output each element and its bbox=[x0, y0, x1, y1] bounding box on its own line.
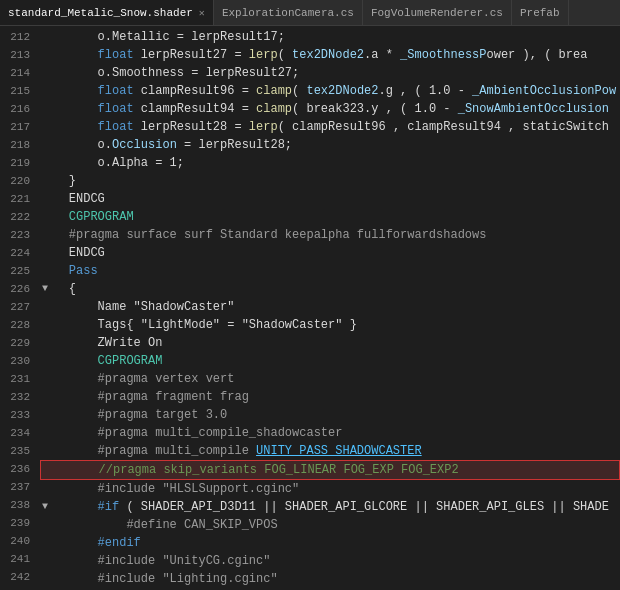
code-line-223: CGPROGRAM bbox=[40, 208, 620, 226]
token-224-0: #pragma surface surf Standard keepalpha … bbox=[40, 226, 486, 244]
code-line-214: o.Smoothness = lerpResult27; bbox=[40, 64, 620, 82]
line-number-241: 241 bbox=[8, 550, 30, 568]
line-number-219: 219 bbox=[8, 154, 30, 172]
token-231-0: ZWrite On bbox=[40, 334, 162, 352]
code-line-212: o.Metallic = lerpResult17; bbox=[40, 28, 620, 46]
token-241-0: #define CAN_SKIP_VPOS bbox=[40, 516, 278, 534]
line-number-240: 240 bbox=[8, 532, 30, 550]
token-237-0: #pragma multi_compile bbox=[40, 442, 256, 460]
line-number-242: 242 bbox=[8, 568, 30, 586]
token-235-0: #pragma target 3.0 bbox=[40, 406, 227, 424]
token-213-5: tex2DNode2 bbox=[292, 46, 364, 64]
line-number-228: 228 bbox=[8, 316, 30, 334]
tab-fog-label: FogVolumeRenderer.cs bbox=[371, 7, 503, 19]
token-213-7: _SmoothnessP bbox=[400, 46, 486, 64]
code-line-228: ▼ { bbox=[40, 280, 620, 298]
token-216-4: ( break323.y , ( 1.0 - bbox=[292, 100, 458, 118]
line-number-234: 234 bbox=[8, 424, 30, 442]
line-number-214: 214 bbox=[8, 64, 30, 82]
token-216-1: float bbox=[98, 100, 134, 118]
line-number-243: 243 bbox=[8, 586, 30, 590]
code-area[interactable]: o.Metallic = lerpResult17; float lerpRes… bbox=[40, 26, 620, 590]
token-215-4: ( bbox=[292, 82, 306, 100]
token-213-2: lerpResult27 = bbox=[134, 46, 249, 64]
line-number-218: 218 bbox=[8, 136, 30, 154]
line-number-222: 222 bbox=[8, 208, 30, 226]
token-234-0: #pragma fragment frag bbox=[40, 388, 249, 406]
code-line-233: #pragma vertex vert bbox=[40, 370, 620, 388]
line-number-216: 216 bbox=[8, 100, 30, 118]
code-line-236: #pragma multi_compile_shadowcaster bbox=[40, 424, 620, 442]
token-213-3: lerp bbox=[249, 46, 278, 64]
code-line-238: //pragma skip_variants FOG_LINEAR FOG_EX… bbox=[40, 460, 620, 480]
code-line-232: CGPROGRAM bbox=[40, 352, 620, 370]
editor-body: 2122132142152162172182192202212222232242… bbox=[0, 26, 620, 590]
token-229-0: Name "ShadowCaster" bbox=[40, 298, 234, 316]
token-233-0: #pragma vertex vert bbox=[40, 370, 234, 388]
token-213-8: ower ), ( brea bbox=[487, 46, 588, 64]
token-218-1: Occlusion bbox=[112, 136, 177, 154]
line-number-213: 213 bbox=[8, 46, 30, 64]
token-220-0: } bbox=[40, 172, 76, 190]
token-213-4: ( bbox=[278, 46, 292, 64]
line-number-229: 229 bbox=[8, 334, 30, 352]
token-215-2: clampResult96 = bbox=[134, 82, 256, 100]
code-line-234: #pragma fragment frag bbox=[40, 388, 620, 406]
token-217-0 bbox=[40, 118, 98, 136]
token-213-6: .a * bbox=[364, 46, 400, 64]
token-217-1: float bbox=[98, 118, 134, 136]
code-line-216: float clampResult94 = clamp( break323.y … bbox=[40, 100, 620, 118]
line-number-239: 239 bbox=[8, 514, 30, 532]
code-line-213: float lerpResult27 = lerp( tex2DNode2.a … bbox=[40, 46, 620, 64]
token-214-0: o.Smoothness = lerpResult27; bbox=[40, 64, 299, 82]
line-number-225: 225 bbox=[8, 262, 30, 280]
code-line-224: #pragma surface surf Standard keepalpha … bbox=[40, 226, 620, 244]
line-number-238: 238 bbox=[8, 496, 30, 514]
token-215-6: .g , ( 1.0 - bbox=[378, 82, 472, 100]
code-line-241: #define CAN_SKIP_VPOS bbox=[40, 516, 620, 534]
token-222-0: ENDCG bbox=[40, 190, 105, 208]
token-240-0 bbox=[40, 498, 98, 516]
token-219-0: o.Alpha = 1; bbox=[40, 154, 184, 172]
token-212-0: o.Metallic = lerpResult17; bbox=[40, 28, 285, 46]
tab-shader[interactable]: standard_Metalic_Snow.shader ✕ bbox=[0, 0, 214, 25]
tab-shader-close[interactable]: ✕ bbox=[199, 7, 205, 19]
tab-camera-label: ExplorationCamera.cs bbox=[222, 7, 354, 19]
token-236-0: #pragma multi_compile_shadowcaster bbox=[40, 424, 342, 442]
code-line-237: #pragma multi_compile UNITY_PASS_SHADOWC… bbox=[40, 442, 620, 460]
line-number-223: 223 bbox=[8, 226, 30, 244]
line-number-237: 237 bbox=[8, 478, 30, 496]
code-line-240: ▼ #if ( SHADER_API_D3D11 || SHADER_API_G… bbox=[40, 498, 620, 516]
token-227-0: Pass bbox=[40, 262, 98, 280]
tab-prefab-label: Prefab bbox=[520, 7, 560, 19]
tab-camera[interactable]: ExplorationCamera.cs bbox=[214, 0, 363, 25]
line-number-215: 215 bbox=[8, 82, 30, 100]
token-215-1: float bbox=[98, 82, 134, 100]
code-line-239: #include "HLSLSupport.cginc" bbox=[40, 480, 620, 498]
line-number-217: 217 bbox=[8, 118, 30, 136]
token-218-0: o. bbox=[40, 136, 112, 154]
line-number-212: 212 bbox=[8, 28, 30, 46]
token-217-2: lerpResult28 = bbox=[134, 118, 249, 136]
token-240-2: ( SHADER_API_D3D11 || SHADER_API_GLCORE … bbox=[119, 498, 609, 516]
code-line-229: Name "ShadowCaster" bbox=[40, 298, 620, 316]
token-216-2: clampResult94 = bbox=[134, 100, 256, 118]
tab-prefab[interactable]: Prefab bbox=[512, 0, 569, 25]
code-line-220: } bbox=[40, 172, 620, 190]
fold-open-icon-228[interactable]: ▼ bbox=[42, 280, 48, 298]
code-line-227: Pass bbox=[40, 262, 620, 280]
token-230-0: Tags{ "LightMode" = "ShadowCaster" } bbox=[40, 316, 357, 334]
token-213-0 bbox=[40, 46, 98, 64]
line-number-226: 226 bbox=[8, 280, 30, 298]
line-number-224: 224 bbox=[8, 244, 30, 262]
tab-fog[interactable]: FogVolumeRenderer.cs bbox=[363, 0, 512, 25]
fold-open-icon2-240[interactable]: ▼ bbox=[42, 498, 48, 516]
code-line-217: float lerpResult28 = lerp( clampResult96… bbox=[40, 118, 620, 136]
code-line-235: #pragma target 3.0 bbox=[40, 406, 620, 424]
tab-shader-label: standard_Metalic_Snow.shader bbox=[8, 7, 193, 19]
token-215-5: tex2DNode2 bbox=[306, 82, 378, 100]
token-216-0 bbox=[40, 100, 98, 118]
token-223-0: CGPROGRAM bbox=[40, 208, 134, 226]
token-215-7: _AmbientOcclusionPow bbox=[472, 82, 616, 100]
line-number-233: 233 bbox=[8, 406, 30, 424]
